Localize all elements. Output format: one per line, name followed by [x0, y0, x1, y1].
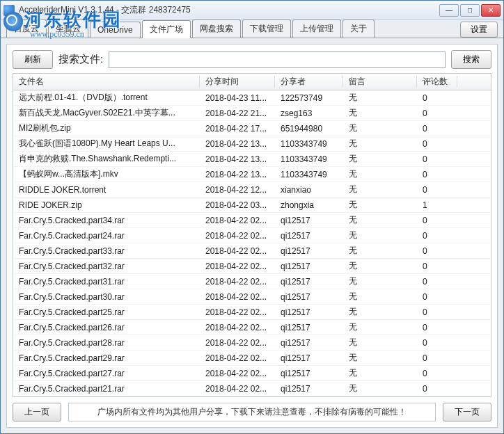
cell-cnt: 0	[417, 139, 457, 149]
col-comments[interactable]: 评论数	[417, 76, 457, 88]
settings-button[interactable]: 设置	[460, 22, 498, 38]
tab-disk-search[interactable]: 网盘搜索	[192, 19, 241, 38]
table-body[interactable]: 远大前程.01-41.（DVD版）.torrent2018-04-23 11..…	[13, 90, 491, 396]
cell-msg: 无	[343, 214, 417, 226]
window-title: AcceleriderMini V1.3.1.44 - 交流群 24837247…	[19, 4, 439, 16]
table-row[interactable]: Far.Cry.5.Cracked.part34.rar2018-04-22 0…	[13, 213, 491, 228]
cell-cnt: 0	[417, 353, 457, 363]
cell-time: 2018-04-23 11...	[200, 93, 275, 103]
cell-time: 2018-04-22 02...	[200, 246, 275, 256]
cell-time: 2018-04-22 13...	[200, 154, 275, 164]
tab-baiduyun[interactable]: 百度云	[6, 19, 47, 38]
search-row: 刷新 搜索文件: 搜索	[13, 50, 491, 69]
cell-msg: 无	[343, 230, 417, 241]
cell-filename: 远大前程.01-41.（DVD版）.torrent	[13, 92, 200, 104]
tab-onedrive[interactable]: OneDrive	[90, 22, 141, 38]
cell-msg: 无	[343, 153, 417, 165]
cell-cnt: 0	[417, 124, 457, 134]
footer-row: 上一页 广场内所有文件均为其他用户分享，下载下来请注意查毒，不排除有病毒的可能性…	[13, 403, 491, 421]
cell-filename: RIDDLE JOKER.torrent	[13, 185, 200, 195]
cell-filename: 我心雀跃(国语1080P).My Heart Leaps U...	[13, 138, 200, 150]
search-button[interactable]: 搜索	[451, 50, 491, 69]
tab-download-mgr[interactable]: 下载管理	[242, 19, 291, 38]
cell-filename: MI2刷机包.zip	[13, 122, 200, 134]
tab-file-plaza[interactable]: 文件广场	[142, 20, 191, 38]
tab-upload-mgr[interactable]: 上传管理	[292, 19, 341, 38]
cell-msg: 无	[343, 245, 417, 257]
col-message[interactable]: 留言	[343, 76, 417, 88]
cell-cnt: 0	[417, 323, 457, 332]
table-row[interactable]: Far.Cry.5.Cracked.part32.rar2018-04-22 0…	[13, 259, 491, 274]
table-row[interactable]: MI2刷机包.zip2018-04-22 17...651944980无0	[13, 121, 491, 136]
table-row[interactable]: Far.Cry.5.Cracked.part24.rar2018-04-22 0…	[13, 228, 491, 243]
cell-filename: Far.Cry.5.Cracked.part30.rar	[13, 292, 200, 302]
cell-msg: 无	[343, 367, 417, 379]
cell-msg: 无	[343, 275, 417, 287]
table-row[interactable]: Far.Cry.5.Cracked.part25.rar2018-04-22 0…	[13, 305, 491, 320]
table-row[interactable]: Far.Cry.5.Cracked.part31.rar2018-04-22 0…	[13, 274, 491, 289]
cell-cnt: 0	[417, 185, 457, 195]
cell-cnt: 0	[417, 262, 457, 271]
minimize-button[interactable]: —	[439, 4, 459, 17]
cell-filename: Far.Cry.5.Cracked.part24.rar	[13, 231, 200, 241]
cell-msg: 无	[343, 352, 417, 364]
cell-filename: Far.Cry.5.Cracked.part28.rar	[13, 338, 200, 348]
file-table: 文件名 分享时间 分享者 留言 评论数 远大前程.01-41.（DVD版）.to…	[13, 73, 491, 397]
cell-cnt: 0	[417, 170, 457, 179]
cell-time: 2018-04-22 02...	[200, 384, 275, 394]
search-input[interactable]	[109, 51, 446, 68]
table-row[interactable]: 新百战天龙.MacGyver.S02E21.中英字幕...2018-04-22 …	[13, 106, 491, 121]
table-row[interactable]: Far.Cry.5.Cracked.part26.rar2018-04-22 0…	[13, 320, 491, 335]
prev-page-button[interactable]: 上一页	[13, 403, 61, 421]
tab-about[interactable]: 关于	[342, 19, 375, 38]
cell-sharer: qi12517	[275, 353, 343, 363]
cell-msg: 无	[343, 337, 417, 348]
cell-cnt: 0	[417, 246, 457, 256]
cell-time: 2018-04-22 03...	[200, 200, 275, 210]
app-window: AcceleriderMini V1.3.1.44 - 交流群 24837247…	[0, 0, 504, 434]
cell-filename: Far.Cry.5.Cracked.part26.rar	[13, 323, 200, 332]
cell-sharer: 1103343749	[275, 139, 343, 149]
table-row[interactable]: Far.Cry.5.Cracked.part28.rar2018-04-22 0…	[13, 335, 491, 351]
col-sharetime[interactable]: 分享时间	[200, 76, 275, 88]
table-row[interactable]: RIDDLE JOKER.torrent2018-04-22 12...xian…	[13, 182, 491, 198]
cell-time: 2018-04-22 02...	[200, 369, 275, 378]
refresh-button[interactable]: 刷新	[13, 50, 53, 69]
cell-time: 2018-04-22 02...	[200, 292, 275, 302]
col-filename[interactable]: 文件名	[13, 76, 200, 88]
table-row[interactable]: RIDE JOKER.zip2018-04-22 03...zhongxia无1	[13, 198, 491, 213]
cell-sharer: zseg163	[275, 108, 343, 118]
cell-msg: 无	[343, 138, 417, 150]
cell-msg: 无	[343, 168, 417, 180]
cell-time: 2018-04-22 21...	[200, 108, 275, 118]
cell-filename: Far.Cry.5.Cracked.part25.rar	[13, 307, 200, 317]
table-row[interactable]: 肖申克的救赎.The.Shawshank.Redempti...2018-04-…	[13, 152, 491, 167]
cell-sharer: qi12517	[275, 231, 343, 241]
close-button[interactable]: ✕	[481, 4, 501, 17]
main-panel: 刷新 搜索文件: 搜索 文件名 分享时间 分享者 留言 评论数 远大前程.01-…	[6, 44, 498, 428]
cell-time: 2018-04-22 02...	[200, 216, 275, 225]
cell-time: 2018-04-22 13...	[200, 170, 275, 179]
cell-sharer: qi12517	[275, 246, 343, 256]
cell-time: 2018-04-22 02...	[200, 338, 275, 348]
cell-filename: Far.Cry.5.Cracked.part21.rar	[13, 384, 200, 394]
cell-sharer: 651944980	[275, 124, 343, 134]
window-controls: — □ ✕	[439, 4, 501, 17]
next-page-button[interactable]: 下一页	[443, 403, 491, 421]
maximize-button[interactable]: □	[460, 4, 480, 17]
table-row[interactable]: Far.Cry.5.Cracked.part21.rar2018-04-22 0…	[13, 381, 491, 396]
table-row[interactable]: 我心雀跃(国语1080P).My Heart Leaps U...2018-04…	[13, 136, 491, 152]
cell-time: 2018-04-22 02...	[200, 277, 275, 287]
table-row[interactable]: 远大前程.01-41.（DVD版）.torrent2018-04-23 11..…	[13, 90, 491, 106]
table-row[interactable]: Far.Cry.5.Cracked.part29.rar2018-04-22 0…	[13, 351, 491, 366]
table-row[interactable]: Far.Cry.5.Cracked.part33.rar2018-04-22 0…	[13, 243, 491, 259]
cell-cnt: 0	[417, 292, 457, 302]
cell-time: 2018-04-22 02...	[200, 353, 275, 363]
table-row[interactable]: Far.Cry.5.Cracked.part30.rar2018-04-22 0…	[13, 289, 491, 305]
tab-zuoqiyun[interactable]: 坐骑云	[48, 19, 88, 38]
cell-cnt: 0	[417, 369, 457, 378]
table-row[interactable]: 【蚂蚁网w...高清版本].mkv2018-04-22 13...1103343…	[13, 167, 491, 182]
table-row[interactable]: Far.Cry.5.Cracked.part27.rar2018-04-22 0…	[13, 366, 491, 381]
col-sharer[interactable]: 分享者	[275, 76, 343, 88]
cell-sharer: 122573749	[275, 93, 343, 103]
